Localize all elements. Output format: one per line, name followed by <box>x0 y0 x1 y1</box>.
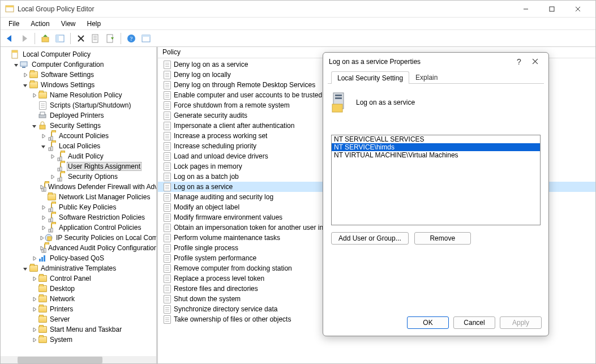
expand-icon[interactable] <box>39 134 47 139</box>
tree-item[interactable]: Deployed Printers <box>3 110 156 121</box>
tree-item[interactable]: Start Menu and Taskbar <box>3 324 156 335</box>
tree-item-label: Administrative Templates <box>40 264 117 272</box>
show-hide-tree-button[interactable] <box>53 32 67 45</box>
tree-item[interactable]: Computer Configuration <box>3 59 156 70</box>
tree-item-icon <box>47 213 56 222</box>
cancel-button[interactable]: Cancel <box>453 316 495 329</box>
tree-item[interactable]: Software Restriction Policies <box>3 212 156 222</box>
tree-item[interactable]: Server <box>3 314 156 324</box>
expand-icon[interactable] <box>30 93 38 98</box>
tab-local-security-setting[interactable]: Local Security Setting <box>331 71 409 84</box>
expand-icon[interactable] <box>21 266 29 271</box>
tree-item-label: Deployed Printers <box>49 112 105 119</box>
back-button[interactable] <box>3 32 16 45</box>
policy-label: Impersonate a client after authenticatio… <box>174 122 294 130</box>
help-button[interactable]: ? <box>125 32 138 45</box>
tree-item[interactable]: Security Options <box>3 172 156 182</box>
remove-button[interactable]: Remove <box>414 232 471 245</box>
tree-item[interactable]: Scripts (Startup/Shutdown) <box>3 100 156 110</box>
tree-item[interactable]: Network <box>3 294 156 304</box>
tree-item[interactable]: Administrative Templates <box>3 263 156 273</box>
up-button[interactable] <box>38 32 52 45</box>
policy-label: Load and unload device drivers <box>174 152 268 160</box>
policy-icon <box>162 121 171 130</box>
expand-icon[interactable] <box>48 174 56 179</box>
menu-help[interactable]: Help <box>83 19 106 29</box>
tree[interactable]: Local Computer PolicyComputer Configurat… <box>1 47 156 364</box>
tree-item[interactable]: Desktop <box>3 284 156 294</box>
tree-item[interactable]: Control Panel <box>3 273 156 284</box>
expand-icon[interactable] <box>30 297 38 302</box>
tree-item-label: Control Panel <box>49 275 92 282</box>
svg-rect-71 <box>44 255 45 262</box>
tree-item[interactable]: Security Settings <box>3 121 156 131</box>
delete-button[interactable] <box>74 32 88 45</box>
minimize-button[interactable] <box>513 1 539 18</box>
policy-label: Synchronize directory service data <box>174 305 277 313</box>
tree-item[interactable]: Windows Defender Firewall with Advanced … <box>3 182 156 192</box>
listbox-option[interactable]: NT SERVICE\ALL SERVICES <box>332 135 540 143</box>
tree-item[interactable]: User Rights Assignment <box>3 161 156 172</box>
policy-icon <box>162 131 171 140</box>
policy-label: Modify an object label <box>174 203 239 211</box>
expand-icon[interactable] <box>30 276 38 281</box>
menu-view[interactable]: View <box>57 19 80 29</box>
policy-icon <box>162 284 171 293</box>
expand-icon[interactable] <box>39 235 44 241</box>
apply-button[interactable]: Apply <box>500 316 542 329</box>
svg-marker-73 <box>33 277 36 281</box>
menu-action[interactable]: Action <box>26 19 54 29</box>
tree-item[interactable]: Public Key Policies <box>3 202 156 212</box>
svg-marker-31 <box>33 93 36 97</box>
listbox-option[interactable]: NT VIRTUAL MACHINE\Virtual Machines <box>332 151 540 159</box>
expand-icon[interactable] <box>21 72 29 78</box>
tree-root[interactable]: Local Computer Policy <box>3 49 156 59</box>
forward-button[interactable] <box>18 32 31 45</box>
expand-icon[interactable] <box>21 83 29 88</box>
expand-icon[interactable] <box>39 144 47 149</box>
tree-item[interactable]: Advanced Audit Policy Configuration <box>3 243 156 253</box>
tree-item[interactable]: System <box>3 335 156 345</box>
expand-icon[interactable] <box>48 154 56 159</box>
horizontal-scrollbar[interactable] <box>1 356 156 364</box>
expand-icon[interactable] <box>12 62 20 67</box>
tree-item[interactable]: Application Control Policies <box>3 222 156 233</box>
expand-icon[interactable] <box>30 123 38 129</box>
tree-item[interactable]: Software Settings <box>3 70 156 80</box>
expand-icon[interactable] <box>30 256 38 261</box>
expand-icon[interactable] <box>39 205 47 210</box>
listbox-option[interactable]: NT SERVICE\himds <box>332 143 540 151</box>
expand-icon[interactable] <box>39 225 47 230</box>
filter-button[interactable] <box>139 32 153 45</box>
properties-button[interactable] <box>89 32 102 45</box>
tree-item[interactable]: IP Security Policies on Local Computer <box>3 233 156 243</box>
export-button[interactable] <box>104 32 117 45</box>
tab-explain[interactable]: Explain <box>409 71 444 83</box>
menu-file[interactable]: File <box>4 19 24 29</box>
tree-item[interactable]: Printers <box>3 304 156 314</box>
tree-item[interactable]: Network List Manager Policies <box>3 192 156 202</box>
tree-item-icon <box>44 182 45 191</box>
tree-item[interactable]: Account Policies <box>3 131 156 141</box>
dialog-title: Log on as a service Properties <box>329 58 511 66</box>
dialog-help-button[interactable]: ? <box>511 57 527 66</box>
users-listbox[interactable]: NT SERVICE\ALL SERVICESNT SERVICE\himdsN… <box>331 135 541 225</box>
svg-marker-75 <box>33 307 36 311</box>
expand-icon[interactable] <box>30 307 38 312</box>
expand-icon[interactable] <box>30 327 38 332</box>
window-controls <box>513 1 591 18</box>
tree-item-label: Software Restriction Policies <box>58 213 146 221</box>
ok-button[interactable]: OK <box>407 316 449 329</box>
close-button[interactable] <box>565 1 591 18</box>
tree-item[interactable]: Name Resolution Policy <box>3 90 156 100</box>
tree-item[interactable]: Windows Settings <box>3 80 156 90</box>
tree-item[interactable]: Policy-based QoS <box>3 253 156 263</box>
dialog-close-button[interactable] <box>527 57 543 66</box>
tree-item[interactable]: Local Policies <box>3 141 156 151</box>
tree-item[interactable]: Audit Policy <box>3 151 156 161</box>
svg-marker-36 <box>42 134 45 138</box>
add-user-or-group-button[interactable]: Add User or Group... <box>331 232 409 245</box>
expand-icon[interactable] <box>30 337 38 342</box>
expand-icon[interactable] <box>39 215 47 220</box>
maximize-button[interactable] <box>539 1 565 18</box>
